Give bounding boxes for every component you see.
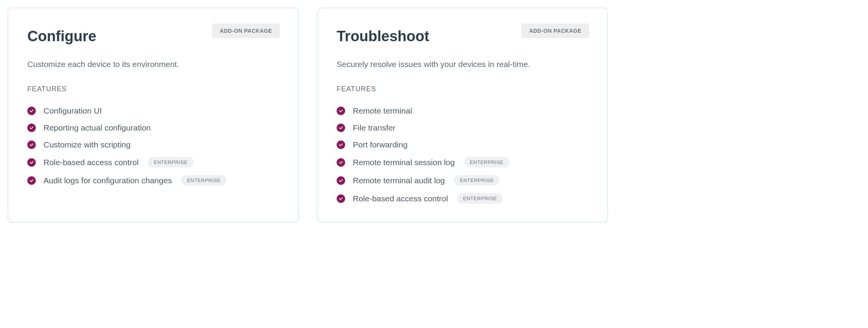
feature-label: Remote terminal audit log [353,176,445,185]
feature-label: Remote terminal session log [353,158,455,167]
check-icon [337,158,345,167]
feature-label: Audit logs for configuration changes [43,176,172,185]
check-icon [337,107,345,115]
addon-badge: ADD-ON PACKAGE [521,23,589,38]
check-icon [27,158,36,167]
card-description: Securely resolve issues with your device… [337,59,588,70]
feature-label: Role-based access control [353,194,448,203]
enterprise-pill: ENTERPRISE [181,175,227,186]
check-icon [337,124,345,132]
feature-item: Role-based access control ENTERPRISE [337,193,588,204]
feature-label: Configuration UI [43,106,102,115]
feature-label: Role-based access control [43,158,139,167]
card-description: Customize each device to its environment… [27,59,279,70]
check-icon [27,124,36,132]
enterprise-pill: ENTERPRISE [464,157,509,167]
enterprise-pill: ENTERPRISE [457,193,502,204]
check-icon [337,194,345,203]
feature-label: Port forwarding [353,140,407,149]
feature-label: File transfer [353,123,396,132]
enterprise-pill: ENTERPRISE [454,175,499,186]
enterprise-pill: ENTERPRISE [148,157,193,167]
feature-label: Customize with scripting [43,140,130,149]
check-icon [27,107,36,115]
feature-item: Customize with scripting [27,140,279,149]
feature-label: Reporting actual configuration [43,123,151,132]
features-heading: FEATURES [27,85,279,93]
cards-row: ADD-ON PACKAGE Configure Customize each … [8,8,608,223]
features-list: Configuration UI Reporting actual config… [27,106,279,186]
feature-item: Role-based access control ENTERPRISE [27,157,279,167]
feature-label: Remote terminal [353,106,412,115]
feature-item: Remote terminal session log ENTERPRISE [337,157,588,167]
check-icon [27,176,36,185]
feature-item: Reporting actual configuration [27,123,279,132]
check-icon [27,141,36,149]
features-heading: FEATURES [337,85,588,93]
feature-item: Port forwarding [337,140,588,149]
addon-badge: ADD-ON PACKAGE [212,23,280,38]
card-troubleshoot: ADD-ON PACKAGE Troubleshoot Securely res… [317,8,608,223]
feature-item: Remote terminal [337,106,588,115]
features-list: Remote terminal File transfer Port forwa… [337,106,588,204]
feature-item: File transfer [337,123,588,132]
card-configure: ADD-ON PACKAGE Configure Customize each … [8,8,299,223]
feature-item: Audit logs for configuration changes ENT… [27,175,279,186]
feature-item: Remote terminal audit log ENTERPRISE [337,175,588,186]
check-icon [337,141,345,149]
feature-item: Configuration UI [27,106,279,115]
check-icon [337,176,345,185]
